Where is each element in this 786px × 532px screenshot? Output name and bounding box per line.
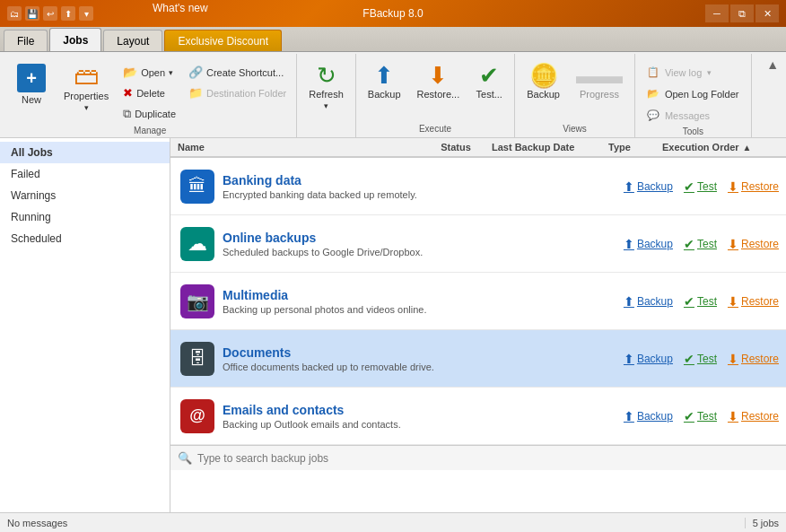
new-icon: + bbox=[17, 64, 46, 92]
search-input[interactable] bbox=[197, 452, 779, 465]
tab-jobs[interactable]: Jobs bbox=[49, 28, 101, 51]
job-desc-multimedia: Backing up personal photos and videos on… bbox=[223, 304, 624, 315]
job-title-online: Online backups bbox=[223, 231, 624, 245]
minimize-button[interactable]: ─ bbox=[705, 4, 729, 22]
sidebar-item-warnings[interactable]: Warnings bbox=[0, 185, 170, 206]
job-row-multimedia[interactable]: 📷 Multimedia Backing up personal photos … bbox=[170, 273, 786, 330]
progress-icon: ▬▬ bbox=[576, 64, 623, 87]
app-icon: 🗂 bbox=[7, 6, 22, 21]
restore-button[interactable]: ⧉ bbox=[730, 4, 754, 22]
manage-small-btns2: 🔗 Create Shortcut... 📁 Destination Folde… bbox=[184, 59, 291, 102]
properties-icon: 🗃 bbox=[74, 64, 99, 89]
ribbon-tools-items: 📋 View log ▾ 📂 Open Log Folder 💬 Message… bbox=[641, 56, 746, 125]
content-area: Name Status Last Backup Date Type Execut… bbox=[170, 138, 786, 512]
log-icon: 📋 bbox=[647, 66, 659, 78]
restore-action-emails[interactable]: ⬇ Restore bbox=[728, 409, 779, 423]
open-log-folder-button[interactable]: 📂 Open Log Folder bbox=[641, 84, 746, 103]
test-action-icon-documents: ✔ bbox=[684, 352, 694, 366]
job-info-banking: Banking data Encrypted banking data back… bbox=[217, 173, 624, 200]
test-action-online[interactable]: ✔ Test bbox=[684, 237, 717, 251]
open-button[interactable]: 📂 Open ▾ bbox=[118, 63, 180, 82]
backup2-button[interactable]: 🪙 Backup bbox=[520, 59, 566, 104]
restore-action-online[interactable]: ⬇ Restore bbox=[728, 237, 779, 251]
properties-button[interactable]: 🗃 Properties ▾ bbox=[57, 59, 115, 117]
app-title: FBackup 8.0 bbox=[362, 7, 423, 20]
manage-label: Manage bbox=[9, 124, 291, 137]
job-icon-banking: 🏛 bbox=[178, 170, 217, 204]
test-button[interactable]: ✔ Test... bbox=[469, 59, 509, 104]
banking-icon: 🏛 bbox=[180, 170, 214, 204]
tab-layout[interactable]: Layout bbox=[103, 30, 162, 51]
restore-action-icon-emails: ⬇ bbox=[728, 409, 738, 423]
restore-icon: ⬇ bbox=[428, 64, 448, 87]
job-desc-documents: Office documents backed up to removable … bbox=[223, 362, 624, 372]
job-actions-emails: ⬆ Backup ✔ Test ⬇ Restore bbox=[624, 409, 779, 423]
job-icon-online: ☁ bbox=[178, 227, 217, 261]
sidebar-item-running[interactable]: Running bbox=[0, 206, 170, 228]
status-messages: No messages bbox=[0, 518, 746, 528]
messages-icon: 💬 bbox=[647, 109, 659, 121]
table-header: Name Status Last Backup Date Type Execut… bbox=[170, 138, 786, 158]
test-action-multimedia[interactable]: ✔ Test bbox=[684, 294, 717, 309]
backup-action-multimedia[interactable]: ⬆ Backup bbox=[624, 294, 673, 309]
test-action-emails[interactable]: ✔ Test bbox=[684, 409, 717, 423]
sidebar-item-scheduled[interactable]: Scheduled bbox=[0, 228, 170, 249]
close-button[interactable]: ✕ bbox=[755, 4, 779, 22]
new-button[interactable]: + New bbox=[9, 59, 54, 109]
sidebar-item-all-jobs[interactable]: All Jobs bbox=[0, 142, 170, 163]
sidebar: All Jobs Failed Warnings Running Schedul… bbox=[0, 138, 170, 512]
restore-action-banking[interactable]: ⬇ Restore bbox=[728, 179, 779, 194]
tab-file[interactable]: File bbox=[4, 30, 48, 51]
quick-access-up[interactable]: ⬆ bbox=[61, 6, 75, 21]
column-type: Type bbox=[608, 142, 662, 153]
backup-action-online[interactable]: ⬆ Backup bbox=[624, 237, 673, 251]
test-action-icon-emails: ✔ bbox=[684, 409, 694, 423]
backup-action-emails[interactable]: ⬆ Backup bbox=[624, 409, 673, 423]
test-action-documents[interactable]: ✔ Test bbox=[684, 352, 717, 366]
test-action-banking[interactable]: ✔ Test bbox=[684, 179, 717, 194]
job-info-documents: Documents Office documents backed up to … bbox=[217, 345, 624, 372]
sidebar-item-failed[interactable]: Failed bbox=[0, 163, 170, 185]
ribbon-group-manage: + New 🗃 Properties ▾ 📂 Open ▾ ✖ Delete bbox=[4, 54, 297, 137]
quick-access-more[interactable]: ▾ bbox=[79, 6, 93, 21]
dest-folder-icon: 📁 bbox=[188, 86, 203, 100]
views-label: Views bbox=[520, 122, 629, 135]
job-row-banking[interactable]: 🏛 Banking data Encrypted banking data ba… bbox=[170, 158, 786, 215]
quick-access-save[interactable]: 💾 bbox=[25, 6, 39, 21]
duplicate-button[interactable]: ⧉ Duplicate bbox=[118, 104, 180, 124]
search-icon: 🔍 bbox=[178, 451, 192, 465]
progress-button[interactable]: ▬▬ Progress bbox=[570, 59, 629, 104]
title-bar: 🗂 💾 ↩ ⬆ ▾ FBackup 8.0 What's new ─ ⧉ ✕ bbox=[0, 0, 786, 27]
backup-action-icon-multimedia: ⬆ bbox=[624, 294, 634, 309]
job-row-emails[interactable]: @ Emails and contacts Backing up Outlook… bbox=[170, 388, 786, 445]
ribbon: + New 🗃 Properties ▾ 📂 Open ▾ ✖ Delete bbox=[0, 52, 786, 138]
test-icon: ✔ bbox=[479, 64, 499, 87]
column-execution-order: Execution Order ▲ bbox=[662, 142, 779, 153]
job-desc-emails: Backing up Outlook emails and contacts. bbox=[223, 419, 624, 430]
ribbon-views-items: 🪙 Backup ▬▬ Progress bbox=[520, 56, 629, 122]
search-bar: 🔍 bbox=[170, 445, 786, 470]
restore-button[interactable]: ⬇ Restore... bbox=[411, 59, 467, 104]
tab-exclusive-discount[interactable]: Exclusive Discount bbox=[164, 30, 282, 51]
refresh-button[interactable]: ↻ Refresh ▾ bbox=[302, 59, 350, 115]
ribbon-group-refresh: ↻ Refresh ▾ - bbox=[297, 54, 356, 137]
job-row-online-backups[interactable]: ☁ Online backups Scheduled backups to Go… bbox=[170, 215, 786, 273]
tools-label: Tools bbox=[641, 125, 746, 138]
backup-action-icon-online: ⬆ bbox=[624, 237, 634, 251]
restore-action-documents[interactable]: ⬇ Restore bbox=[728, 352, 779, 366]
folder-icon: 📂 bbox=[123, 65, 137, 79]
job-row-documents[interactable]: 🗄 Documents Office documents backed up t… bbox=[170, 330, 786, 388]
email-icon: @ bbox=[180, 399, 214, 433]
job-title-documents: Documents bbox=[223, 345, 624, 360]
column-name: Name bbox=[178, 142, 420, 153]
ribbon-collapse-button[interactable]: ▲ bbox=[763, 54, 782, 137]
create-shortcut-button[interactable]: 🔗 Create Shortcut... bbox=[184, 63, 291, 82]
delete-button[interactable]: ✖ Delete bbox=[118, 83, 180, 102]
restore-action-multimedia[interactable]: ⬇ Restore bbox=[728, 294, 779, 309]
job-actions-banking: ⬆ Backup ✔ Test ⬇ Restore bbox=[624, 179, 779, 194]
backup-action-banking[interactable]: ⬆ Backup bbox=[624, 179, 673, 194]
backup-action-documents[interactable]: ⬆ Backup bbox=[624, 352, 673, 366]
backup-button[interactable]: ⬆ Backup bbox=[362, 59, 407, 104]
quick-access-undo[interactable]: ↩ bbox=[43, 6, 57, 21]
destination-folder-button: 📁 Destination Folder bbox=[184, 83, 291, 102]
